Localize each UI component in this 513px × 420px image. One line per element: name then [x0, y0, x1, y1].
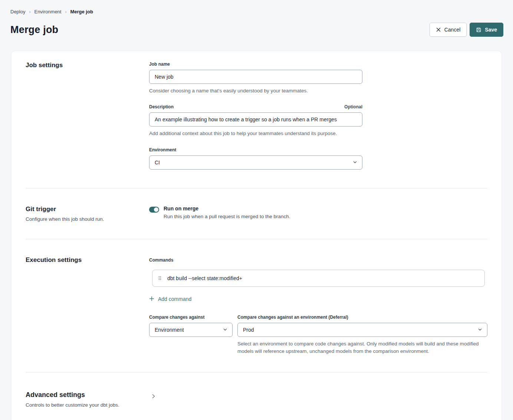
section-execution-settings: Execution settings Commands dbt build --…: [11, 239, 502, 373]
job-name-field-group: Job name Consider choosing a name that's…: [149, 62, 362, 95]
chevron-down-icon: [478, 327, 482, 333]
page-header: Deploy › Environment › Merge job Merge j…: [0, 0, 513, 37]
deferral-label: Compare changes against an environment (…: [237, 315, 348, 320]
compare-changes-field-group: Compare changes against Environment: [149, 315, 233, 355]
section-job-settings: Job settings Job name Consider choosing …: [11, 51, 502, 188]
deferral-helper: Select an environment to compare code ch…: [237, 340, 487, 355]
toggle-knob: [154, 207, 158, 212]
compare-changes-label: Compare changes against: [149, 315, 204, 320]
git-trigger-heading: Git trigger: [26, 206, 149, 213]
chevron-right-icon: ›: [65, 9, 66, 14]
description-helper: Add additional context about this job to…: [149, 130, 362, 137]
breadcrumb: Deploy › Environment › Merge job: [10, 9, 503, 14]
environment-select-value: CI: [155, 160, 160, 165]
chevron-right-icon: [151, 394, 156, 400]
run-on-merge-description: Run this job when a pull request is merg…: [164, 214, 290, 219]
run-on-merge-label: Run on merge: [164, 206, 290, 211]
description-input[interactable]: [149, 112, 362, 127]
environment-label: Environment: [149, 147, 176, 152]
page-title: Merge job: [10, 24, 58, 36]
execution-settings-heading: Execution settings: [26, 256, 149, 264]
job-name-helper: Consider choosing a name that's easily u…: [149, 87, 362, 95]
deferral-select[interactable]: Prod: [237, 323, 487, 337]
breadcrumb-item-merge-job: Merge job: [70, 9, 93, 14]
header-actions: Cancel Save: [430, 23, 503, 37]
job-name-input[interactable]: [149, 70, 362, 84]
plus-icon: [149, 296, 154, 302]
compare-changes-select-value: Environment: [155, 327, 184, 333]
command-row[interactable]: dbt build --select state:modified+: [152, 270, 485, 287]
commands-field-group: Commands dbt build --select state:modifi…: [149, 256, 487, 303]
run-on-merge-row: Run on merge Run this job when a pull re…: [149, 206, 487, 219]
deferral-field-group: Compare changes against an environment (…: [237, 315, 487, 355]
add-command-button[interactable]: Add command: [149, 296, 191, 302]
x-icon: [436, 27, 441, 32]
advanced-settings-heading: Advanced settings: [26, 391, 149, 399]
save-button-label: Save: [485, 27, 497, 33]
description-field-group: Description Optional Add additional cont…: [149, 104, 362, 137]
job-settings-card: Job settings Job name Consider choosing …: [11, 51, 502, 420]
job-name-label: Job name: [149, 62, 170, 67]
section-advanced-settings: Advanced settings Controls to better cus…: [11, 373, 502, 420]
chevron-right-icon: ›: [29, 9, 30, 14]
deferral-select-value: Prod: [243, 327, 254, 333]
job-settings-heading: Job settings: [26, 62, 149, 69]
compare-changes-select[interactable]: Environment: [149, 323, 233, 337]
cancel-button[interactable]: Cancel: [430, 23, 467, 37]
description-optional-badge: Optional: [344, 104, 362, 109]
commands-label: Commands: [149, 257, 173, 263]
add-command-label: Add command: [158, 296, 191, 302]
git-trigger-subheading: Configure when this job should run.: [26, 216, 149, 222]
floppy-disk-icon: [476, 27, 481, 33]
environment-field-group: Environment CI: [149, 147, 362, 170]
description-label: Description: [149, 104, 174, 109]
breadcrumb-item-deploy[interactable]: Deploy: [10, 9, 25, 14]
command-text[interactable]: dbt build --select state:modified+: [167, 275, 242, 281]
drag-handle-dots-icon[interactable]: [158, 274, 162, 282]
run-on-merge-toggle[interactable]: [149, 207, 159, 213]
section-git-trigger: Git trigger Configure when this job shou…: [11, 188, 502, 239]
environment-select[interactable]: CI: [149, 155, 362, 170]
advanced-settings-subheading: Controls to better customize your dbt jo…: [26, 402, 149, 408]
chevron-down-icon: [353, 160, 357, 165]
breadcrumb-item-environment[interactable]: Environment: [34, 9, 61, 14]
compare-row: Compare changes against Environment Comp…: [149, 315, 487, 355]
cancel-button-label: Cancel: [444, 27, 461, 33]
chevron-down-icon: [223, 327, 227, 333]
advanced-settings-expand-button[interactable]: [149, 393, 158, 401]
save-button[interactable]: Save: [470, 23, 503, 37]
